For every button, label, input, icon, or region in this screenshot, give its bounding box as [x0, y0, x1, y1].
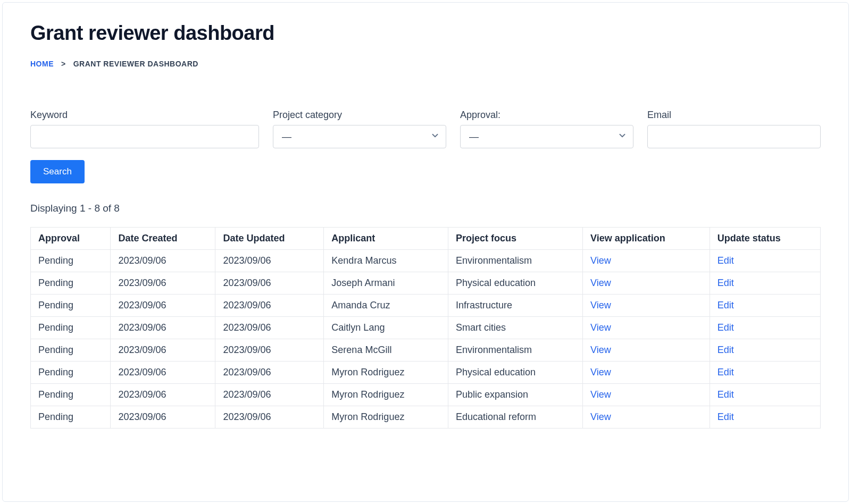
filter-approval-label: Approval: — [460, 110, 633, 121]
cell-date-created: 2023/09/06 — [111, 362, 215, 384]
col-applicant: Applicant — [324, 228, 448, 250]
cell-applicant: Myron Rodriguez — [324, 384, 448, 406]
search-row: Search — [30, 160, 821, 183]
filter-project-category-group: Project category — — [273, 110, 446, 148]
filter-email-group: Email — [647, 110, 821, 148]
cell-date-updated: 2023/09/06 — [215, 295, 324, 317]
results-count: Displaying 1 - 8 of 8 — [30, 203, 821, 214]
cell-view: View — [583, 362, 710, 384]
cell-project-focus: Physical education — [448, 362, 582, 384]
cell-edit: Edit — [710, 384, 820, 406]
breadcrumb-current: GRANT REVIEWER DASHBOARD — [73, 60, 198, 68]
cell-approval: Pending — [31, 384, 111, 406]
col-date-updated: Date Updated — [215, 228, 324, 250]
cell-view: View — [583, 384, 710, 406]
cell-date-updated: 2023/09/06 — [215, 317, 324, 339]
cell-project-focus: Smart cities — [448, 317, 582, 339]
update-status-link[interactable]: Edit — [717, 389, 734, 400]
table-row: Pending2023/09/062023/09/06Myron Rodrigu… — [31, 384, 821, 406]
update-status-link[interactable]: Edit — [717, 300, 734, 310]
cell-edit: Edit — [710, 362, 820, 384]
col-update-status: Update status — [710, 228, 820, 250]
email-input[interactable] — [647, 125, 821, 148]
keyword-input[interactable] — [30, 125, 259, 148]
cell-applicant: Joseph Armani — [324, 272, 448, 295]
view-application-link[interactable]: View — [590, 411, 611, 422]
cell-applicant: Kendra Marcus — [324, 250, 448, 272]
cell-approval: Pending — [31, 272, 111, 295]
cell-approval: Pending — [31, 406, 111, 429]
filter-keyword-group: Keyword — [30, 110, 259, 148]
cell-project-focus: Physical education — [448, 272, 582, 295]
cell-view: View — [583, 272, 710, 295]
breadcrumb-separator: > — [61, 60, 66, 68]
cell-applicant: Amanda Cruz — [324, 295, 448, 317]
cell-edit: Edit — [710, 295, 820, 317]
filter-project-category-label: Project category — [273, 110, 446, 121]
cell-project-focus: Environmentalism — [448, 339, 582, 362]
cell-date-updated: 2023/09/06 — [215, 272, 324, 295]
page-container: Grant reviewer dashboard HOME > GRANT RE… — [2, 2, 849, 502]
cell-view: View — [583, 250, 710, 272]
cell-edit: Edit — [710, 317, 820, 339]
cell-approval: Pending — [31, 339, 111, 362]
cell-date-created: 2023/09/06 — [111, 384, 215, 406]
cell-applicant: Myron Rodriguez — [324, 362, 448, 384]
update-status-link[interactable]: Edit — [717, 322, 734, 333]
project-category-select[interactable]: — — [273, 125, 446, 148]
view-application-link[interactable]: View — [590, 300, 611, 310]
cell-date-created: 2023/09/06 — [111, 317, 215, 339]
cell-project-focus: Public expansion — [448, 384, 582, 406]
cell-view: View — [583, 339, 710, 362]
breadcrumb-home-link[interactable]: HOME — [30, 60, 54, 68]
table-row: Pending2023/09/062023/09/06Serena McGill… — [31, 339, 821, 362]
cell-view: View — [583, 295, 710, 317]
update-status-link[interactable]: Edit — [717, 411, 734, 422]
search-button[interactable]: Search — [30, 160, 85, 183]
update-status-link[interactable]: Edit — [717, 278, 734, 288]
cell-edit: Edit — [710, 272, 820, 295]
table-row: Pending2023/09/062023/09/06Myron Rodrigu… — [31, 362, 821, 384]
view-application-link[interactable]: View — [590, 367, 611, 377]
col-project-focus: Project focus — [448, 228, 582, 250]
col-approval: Approval — [31, 228, 111, 250]
table-row: Pending2023/09/062023/09/06Caitlyn LangS… — [31, 317, 821, 339]
filter-keyword-label: Keyword — [30, 110, 259, 121]
cell-applicant: Myron Rodriguez — [324, 406, 448, 429]
cell-date-created: 2023/09/06 — [111, 295, 215, 317]
cell-applicant: Caitlyn Lang — [324, 317, 448, 339]
approval-select[interactable]: — — [460, 125, 633, 148]
cell-view: View — [583, 406, 710, 429]
cell-project-focus: Educational reform — [448, 406, 582, 429]
filters-row: Keyword Project category — Approval: — — [30, 110, 821, 148]
cell-project-focus: Environmentalism — [448, 250, 582, 272]
project-category-selected: — — [282, 131, 291, 142]
view-application-link[interactable]: View — [590, 345, 611, 355]
cell-applicant: Serena McGill — [324, 339, 448, 362]
update-status-link[interactable]: Edit — [717, 367, 734, 377]
col-date-created: Date Created — [111, 228, 215, 250]
cell-date-created: 2023/09/06 — [111, 406, 215, 429]
cell-approval: Pending — [31, 362, 111, 384]
cell-date-updated: 2023/09/06 — [215, 250, 324, 272]
approval-selected: — — [469, 131, 479, 142]
cell-edit: Edit — [710, 250, 820, 272]
col-view-application: View application — [583, 228, 710, 250]
cell-date-created: 2023/09/06 — [111, 250, 215, 272]
cell-view: View — [583, 317, 710, 339]
update-status-link[interactable]: Edit — [717, 255, 734, 266]
cell-edit: Edit — [710, 406, 820, 429]
cell-date-updated: 2023/09/06 — [215, 406, 324, 429]
filter-email-label: Email — [647, 110, 821, 121]
view-application-link[interactable]: View — [590, 255, 611, 266]
cell-approval: Pending — [31, 295, 111, 317]
update-status-link[interactable]: Edit — [717, 345, 734, 355]
view-application-link[interactable]: View — [590, 322, 611, 333]
cell-date-updated: 2023/09/06 — [215, 384, 324, 406]
cell-project-focus: Infrastructure — [448, 295, 582, 317]
cell-approval: Pending — [31, 250, 111, 272]
cell-date-updated: 2023/09/06 — [215, 362, 324, 384]
table-header-row: Approval Date Created Date Updated Appli… — [31, 228, 821, 250]
view-application-link[interactable]: View — [590, 389, 611, 400]
view-application-link[interactable]: View — [590, 278, 611, 288]
